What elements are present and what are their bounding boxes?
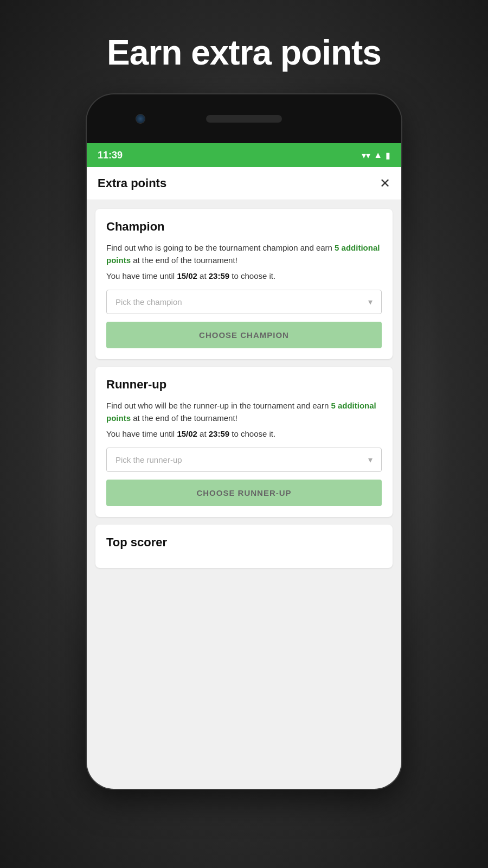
signal-icon: ▲ bbox=[374, 150, 382, 160]
app-content: Extra points ✕ Champion Find out who is … bbox=[87, 167, 401, 789]
phone-frame: 11:39 ▾▾ ▲ ▮ Extra points ✕ Champion Fin… bbox=[87, 94, 401, 789]
runner-up-deadline-date: 15/02 bbox=[177, 429, 197, 438]
champion-deadline-date: 15/02 bbox=[177, 271, 197, 280]
phone-top-hardware bbox=[87, 94, 401, 143]
runner-up-title: Runner-up bbox=[106, 378, 382, 392]
choose-runner-up-button[interactable]: CHOOSE RUNNER-UP bbox=[106, 480, 382, 506]
champion-desc-before: Find out who is going to be the tourname… bbox=[106, 243, 335, 252]
champion-deadline: You have time until 15/02 at 23:59 to ch… bbox=[106, 270, 382, 283]
dialog-title: Extra points bbox=[98, 176, 166, 190]
champion-deadline-suffix: to choose it. bbox=[229, 271, 275, 280]
champion-dropdown-placeholder: Pick the champion bbox=[115, 297, 182, 307]
runner-up-desc-before: Find out who will be the runner-up in th… bbox=[106, 401, 331, 410]
champion-deadline-prefix: You have time until bbox=[106, 271, 177, 280]
top-scorer-title: Top scorer bbox=[106, 535, 382, 550]
champion-card: Champion Find out who is going to be the… bbox=[95, 209, 393, 359]
app-header: Extra points ✕ bbox=[87, 167, 401, 200]
runner-up-desc-after: at the end of the tournament! bbox=[131, 413, 237, 423]
runner-up-description: Find out who will be the runner-up in th… bbox=[106, 399, 382, 425]
status-bar: 11:39 ▾▾ ▲ ▮ bbox=[87, 143, 401, 167]
chevron-down-icon: ▾ bbox=[368, 297, 373, 307]
runner-up-deadline-at: at bbox=[197, 429, 209, 438]
runner-up-card: Runner-up Find out who will be the runne… bbox=[95, 367, 393, 517]
runner-up-deadline-time: 23:59 bbox=[209, 429, 229, 438]
status-icons: ▾▾ ▲ ▮ bbox=[362, 150, 390, 161]
chevron-down-icon: ▾ bbox=[368, 455, 373, 465]
battery-icon: ▮ bbox=[386, 150, 390, 161]
scroll-content: Champion Find out who is going to be the… bbox=[87, 200, 401, 789]
runner-up-deadline-prefix: You have time until bbox=[106, 429, 177, 438]
top-scorer-card: Top scorer bbox=[95, 525, 393, 568]
champion-deadline-at: at bbox=[197, 271, 209, 280]
champion-deadline-time: 23:59 bbox=[209, 271, 229, 280]
runner-up-dropdown[interactable]: Pick the runner-up ▾ bbox=[106, 448, 382, 472]
status-time: 11:39 bbox=[98, 150, 123, 161]
phone-speaker bbox=[206, 115, 282, 123]
runner-up-deadline-suffix: to choose it. bbox=[229, 429, 275, 438]
champion-dropdown[interactable]: Pick the champion ▾ bbox=[106, 290, 382, 314]
champion-title: Champion bbox=[106, 220, 382, 234]
runner-up-dropdown-placeholder: Pick the runner-up bbox=[115, 455, 182, 464]
champion-desc-after: at the end of the tournament! bbox=[131, 256, 237, 265]
champion-description: Find out who is going to be the tourname… bbox=[106, 241, 382, 267]
front-camera bbox=[136, 114, 145, 124]
choose-champion-button[interactable]: CHOOSE CHAMPION bbox=[106, 322, 382, 348]
runner-up-deadline: You have time until 15/02 at 23:59 to ch… bbox=[106, 428, 382, 441]
page-title: Earn extra points bbox=[0, 33, 488, 73]
wifi-icon: ▾▾ bbox=[362, 150, 370, 161]
close-button[interactable]: ✕ bbox=[380, 176, 390, 191]
